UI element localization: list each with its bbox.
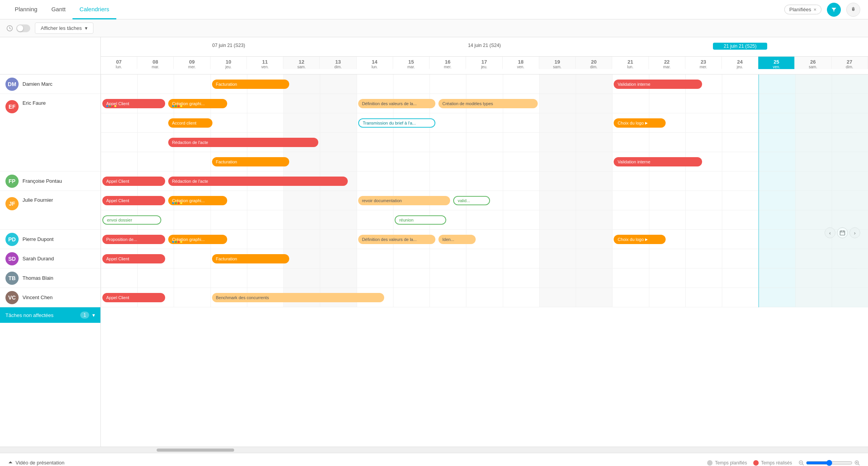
video-btn[interactable]: Vidéo de présentation: [8, 460, 64, 466]
nav-right: Planifiées ×: [784, 3, 860, 17]
scroll-area[interactable]: [0, 447, 868, 453]
task-bar[interactable]: Validation interne: [614, 157, 702, 166]
settings-icon-btn[interactable]: [846, 3, 860, 17]
task-bar[interactable]: Appel Client: [102, 293, 165, 302]
task-bar[interactable]: Création de modèles types: [438, 99, 538, 108]
person-row-eric[interactable]: EF Eric Faure: [0, 94, 100, 172]
task-bar[interactable]: Benchmark des concurrents: [212, 293, 384, 302]
task-bar[interactable]: Validation interne: [614, 80, 702, 89]
day-col-22: 22mar.: [649, 57, 685, 69]
person-row-pierre[interactable]: PD Pierre Dupont: [0, 230, 100, 249]
day-col-23: 23mer.: [685, 57, 722, 69]
task-bar[interactable]: Création graphi...: [168, 99, 227, 108]
zoom-in-icon[interactable]: [854, 460, 860, 466]
day-num: 18: [518, 59, 523, 65]
grid-row-1: Appel ClientCréation graphi...Définition…: [101, 94, 868, 113]
grid-row-2: Accord clientTransmission du brief à l'a…: [101, 113, 868, 133]
gantt-body: FacturationValidation interneAppel Clien…: [101, 74, 868, 307]
task-bar[interactable]: Proposition de...: [102, 235, 165, 244]
task-bar[interactable]: Accord client: [168, 118, 213, 128]
task-bar[interactable]: Création graphi...: [168, 235, 227, 244]
task-bar[interactable]: Facturation: [212, 80, 289, 89]
grid-row-11: Appel ClientBenchmark des concurrents: [101, 288, 868, 307]
task-bar[interactable]: Appel Client: [102, 177, 165, 186]
pager-next[interactable]: ›: [849, 227, 860, 238]
task-bar[interactable]: Définition des valeurs de la...: [358, 99, 435, 108]
grid-row-8: Proposition de...Création graphi...Défin…: [101, 230, 868, 249]
task-bar[interactable]: Appel Client: [102, 254, 165, 263]
day-name: mar.: [407, 65, 415, 69]
task-bar[interactable]: Rédaction de l'acte: [168, 177, 348, 186]
task-bar[interactable]: Rédaction de l'acte: [168, 138, 319, 147]
task-bar[interactable]: valid...: [453, 196, 490, 205]
task-bar[interactable]: Appel Client: [102, 99, 165, 108]
person-row-francoise[interactable]: FP Françoise Pontau: [0, 172, 100, 191]
day-col-17: 17jeu.: [466, 57, 502, 69]
day-num: 10: [226, 59, 231, 65]
day-name: ven.: [261, 65, 269, 69]
grid-row-10: [101, 269, 868, 288]
day-col-12: 12sam.: [283, 57, 320, 69]
day-col-13: 13dim.: [320, 57, 356, 69]
pager-prev[interactable]: ‹: [825, 227, 835, 238]
day-col-21: 21lun.: [612, 57, 649, 69]
zoom-out-icon[interactable]: [798, 460, 804, 466]
day-col-20: 20dim.: [576, 57, 612, 69]
day-name: lun.: [627, 65, 633, 69]
pager-calendar[interactable]: [837, 227, 848, 238]
task-bar[interactable]: réunion: [395, 215, 446, 225]
person-row-julie[interactable]: JF Julie Fournier: [0, 191, 100, 230]
day-num: 07: [116, 59, 121, 65]
filter-icon-btn[interactable]: [827, 3, 841, 17]
task-bar[interactable]: Facturation: [212, 157, 289, 166]
person-row-thomas[interactable]: TB Thomas Blain: [0, 269, 100, 288]
task-bar[interactable]: Transmission du brief à l'a...: [358, 118, 435, 128]
task-bar[interactable]: Iden...: [438, 235, 476, 244]
day-col-08: 08mar.: [137, 57, 174, 69]
filter-badge[interactable]: Planifiées ×: [784, 5, 821, 14]
legend-dot-realized: [753, 460, 759, 466]
person-row-vincent[interactable]: VC Vincent Chen: [0, 288, 100, 307]
day-num: 26: [810, 59, 816, 65]
planned-label: Temps planifiés: [715, 460, 747, 466]
scroll-thumb[interactable]: [157, 449, 234, 452]
task-bar[interactable]: Choix du logo▶: [614, 118, 665, 128]
svg-line-3: [802, 464, 804, 465]
show-tasks-btn[interactable]: Afficher les tâches ▾: [35, 23, 93, 34]
task-bar[interactable]: Appel Client: [102, 196, 165, 205]
day-col-07: 07lun.: [101, 57, 137, 69]
avatar-thomas: TB: [5, 272, 19, 285]
task-bar[interactable]: envoi dossier: [102, 215, 161, 225]
task-bar[interactable]: Définition des valeurs de la...: [358, 235, 435, 244]
grid-row-0: FacturationValidation interne: [101, 74, 868, 94]
day-labels: 07lun.08mar.09mer.10jeu.11ven.12sam.13di…: [101, 57, 868, 74]
unassigned-row[interactable]: Tâches non affectées 1 ▾: [0, 307, 100, 323]
filter-close[interactable]: ×: [813, 7, 816, 12]
grid-row-3: Rédaction de l'acte: [101, 133, 868, 152]
week-label: 14 juin 21 (S24): [461, 43, 508, 48]
day-name: sam.: [297, 65, 306, 69]
avatar-pierre: PD: [5, 233, 19, 246]
person-row-sarah[interactable]: SD Sarah Durand: [0, 249, 100, 269]
day-col-16: 16mer.: [430, 57, 466, 69]
zoom-slider[interactable]: [806, 460, 852, 466]
person-row-damien[interactable]: DM Damien Marc: [0, 74, 100, 94]
task-bar[interactable]: revoir documentation: [358, 196, 450, 205]
task-bar[interactable]: Facturation: [212, 254, 289, 263]
tab-planning[interactable]: Planning: [8, 0, 44, 19]
day-col-18: 18ven.: [503, 57, 539, 69]
day-num: 24: [737, 59, 742, 65]
avatar-julie: JF: [5, 197, 19, 210]
tab-calendriers[interactable]: Calendriers: [72, 0, 116, 19]
avatar-francoise: FP: [5, 175, 19, 188]
grid-row-5: Appel ClientRédaction de l'acte: [101, 172, 868, 191]
grid-row-7: envoi dossierréunion: [101, 210, 868, 230]
legend-dot-planned: [707, 460, 713, 466]
day-num: 19: [554, 59, 560, 65]
toggle-switch[interactable]: [16, 24, 30, 32]
task-bar[interactable]: Choix du logo▶: [614, 235, 665, 244]
task-bar[interactable]: Création graphi...: [168, 196, 227, 205]
tab-gantt[interactable]: Gantt: [44, 0, 72, 19]
avatar-eric: EF: [5, 100, 19, 113]
unassigned-label: Tâches non affectées: [5, 312, 77, 318]
